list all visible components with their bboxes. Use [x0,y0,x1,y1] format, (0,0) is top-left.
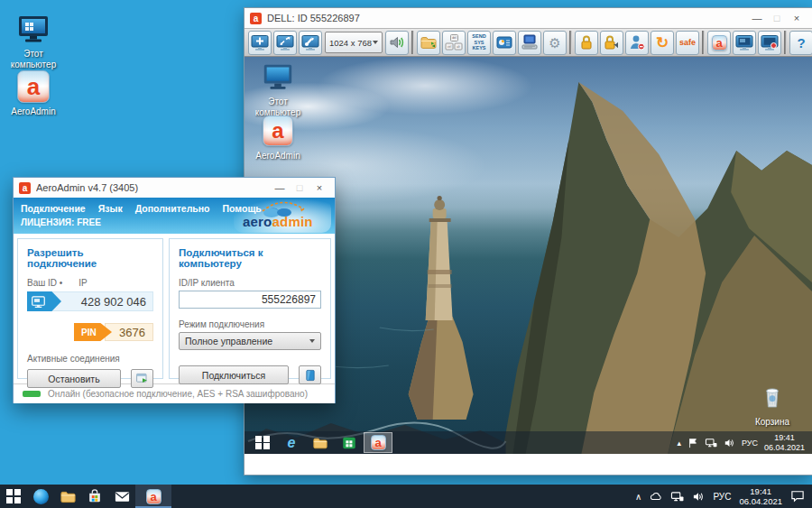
remote-desktop-icon-this-pc[interactable]: Этот компьютер [250,59,306,117]
display-settings-button[interactable] [299,31,322,55]
help-button[interactable]: ? [789,31,812,55]
remote-system-tray: ▴ РУС 19:41 06.04.2021 [677,433,808,453]
minimize-button[interactable]: — [270,182,290,193]
safe-mode-button[interactable]: safe [676,31,699,55]
maximize-button[interactable]: □ [767,13,787,23]
window-arrow-icon [135,372,150,386]
resolution-dropdown[interactable]: 1024 x 768 [325,32,383,53]
aeroadmin-titlebar[interactable]: a AeroAdmin v4.7 (3405) — □ × [14,178,335,198]
id-monitor-badge[interactable] [27,291,61,311]
allow-connection-panel: Разрешить подключение Ваш ID • IP 428 90… [17,238,163,379]
host-date: 06.04.2021 [739,496,782,506]
remote-window-title: DELL: ID 555226897 [267,13,747,23]
language-indicator[interactable]: РУС [742,439,758,448]
remote-toolbar: 1024 x 768 del ctrl alt [245,28,812,57]
send-sys-keys-button[interactable]: SEND SYS KEYS [467,31,491,55]
remote-file-explorer-icon[interactable] [306,432,335,453]
this-pc-icon [15,11,51,47]
toolbar-separator [784,31,787,54]
start-button[interactable] [0,485,27,508]
fullscreen-button[interactable] [273,31,297,55]
aeroadmin-home-button[interactable]: a [707,31,731,55]
block-input-button[interactable] [600,31,623,55]
menu-language[interactable]: Язык [98,203,123,214]
chevron-down-icon [373,41,378,44]
sound-button[interactable] [385,31,409,55]
connect-monitor-button[interactable] [299,365,321,384]
network-icon[interactable] [705,438,717,448]
menu-connection[interactable]: Подключение [21,203,86,214]
store-bag-icon [341,435,357,451]
host-desktop-icon-aeroadmin[interactable]: a AeroAdmin [5,69,61,117]
logo-text-aero: aero [243,214,272,229]
onedrive-cloud-icon[interactable] [650,491,662,503]
ctrl-alt-del-button[interactable]: del ctrl alt [442,31,466,55]
speaker-icon[interactable] [724,438,735,448]
screen: Этот компьютер a AeroAdmin a DELL: ID 55… [0,0,812,508]
network-icon[interactable] [670,491,684,503]
remote-ie-icon[interactable]: e [277,432,306,453]
maximize-button[interactable]: □ [290,182,309,193]
your-id-field[interactable]: 428 902 046 [27,291,153,311]
folder-icon [312,435,328,451]
action-center-icon[interactable] [790,490,805,503]
remote-computer-button[interactable] [518,31,541,55]
flag-icon[interactable] [687,438,698,448]
settings-gears-button[interactable]: ⚙ [543,31,567,55]
store-taskbar-icon[interactable] [81,485,108,508]
edge-taskbar-icon[interactable] [27,485,54,508]
fit-to-screen-button[interactable] [248,31,272,55]
pin-row: PIN 3676 [27,323,153,341]
speaker-icon[interactable] [692,491,705,503]
online-status-text: Онлайн (безопасное подключение, AES + RS… [48,389,308,399]
restart-button[interactable]: ↻ [651,31,674,55]
remote-window-titlebar[interactable]: a DELL: ID 555226897 — □ × [245,8,812,28]
host-clock[interactable]: 19:41 06.04.2021 [739,486,782,507]
stop-button[interactable]: Остановить [27,369,121,388]
lock-workstation-button[interactable] [575,31,598,55]
screen-record-button[interactable] [758,31,781,55]
file-explorer-taskbar-icon[interactable] [54,485,81,508]
remote-desktop-icon-recycle-bin[interactable]: Корзина [745,379,799,428]
remote-date: 06.04.2021 [764,443,805,453]
safe-mode-label: safe [679,38,696,47]
connection-mode-select[interactable]: Полное управление [179,332,321,350]
close-button[interactable]: × [309,182,329,193]
remote-store-icon[interactable] [335,432,364,453]
task-manager-button[interactable] [493,31,516,55]
remote-aeroadmin-taskbar-button[interactable]: a [364,432,392,453]
your-id-value[interactable]: 428 902 046 [81,292,146,310]
windows-logo-icon [6,489,21,503]
connection-log-button[interactable] [131,369,153,388]
pin-value[interactable]: 3676 [105,323,153,341]
remote-clock[interactable]: 19:41 06.04.2021 [764,433,805,453]
connect-panel: Подключиться к компьютеру ID/IP клиента … [169,238,331,379]
close-button[interactable]: × [787,13,807,23]
remote-desktop-icon-aeroadmin[interactable]: a AeroAdmin [250,113,306,162]
aeroadmin-body: Разрешить подключение Ваш ID • IP 428 90… [14,234,335,383]
connect-button[interactable]: Подключиться [179,365,289,384]
logo-text-admin: admin [272,214,313,229]
client-id-label: ID/IP клиента [179,278,321,288]
internet-explorer-icon: e [288,436,296,450]
minimize-button[interactable]: — [747,13,767,23]
windows-logo-icon [255,436,270,450]
menu-advanced[interactable]: Дополнительно [135,203,210,214]
online-status-icon [23,391,41,397]
host-desktop-icon-this-pc[interactable]: Этот компьютер [5,11,61,69]
aeroadmin-taskbar-button[interactable]: a [135,485,171,508]
block-user-button[interactable] [625,31,649,55]
aeroadmin-main-window: a AeroAdmin v4.7 (3405) — □ × Подключени… [13,177,336,403]
new-connection-button[interactable] [733,31,756,55]
aeroadmin-logo-icon: a [17,70,50,103]
client-id-input[interactable] [179,291,321,309]
file-transfer-button[interactable] [417,31,440,55]
tray-chevron-icon[interactable]: ∧ [635,492,641,502]
mail-taskbar-icon[interactable] [108,485,135,508]
language-indicator[interactable]: РУС [713,492,731,502]
remote-start-button[interactable] [248,432,277,453]
connection-mode-label: Режим подключения [179,319,321,329]
tray-chevron-icon[interactable]: ▴ [677,439,681,448]
aeroadmin-titlebar-icon: a [250,13,262,24]
restart-icon: ↻ [656,35,669,51]
